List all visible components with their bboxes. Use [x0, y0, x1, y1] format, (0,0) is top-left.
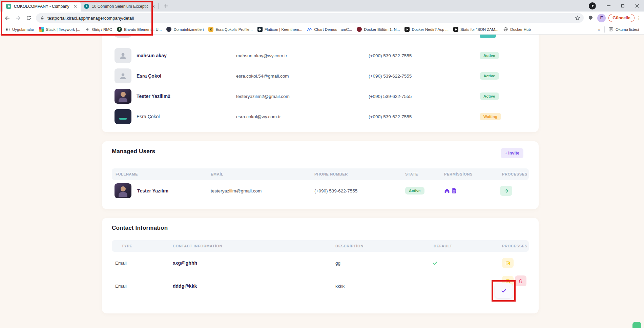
user-row[interactable]: Esra Çokol esra.cokol.54@gmail.com (+090… [102, 66, 539, 86]
bookmarks-divider [604, 26, 605, 33]
col-processes: PROCESSES [502, 240, 527, 252]
tab-selenium-article[interactable]: 10 Common Selenium Exception [81, 1, 159, 12]
bookmark-giris-rmc[interactable]: Giriş / RMC [83, 25, 115, 33]
browser-chrome: COKOLCOMPANY - Company De 10 Common Sele… [0, 0, 644, 35]
state-badge: Active [480, 52, 499, 59]
col-description: DESCRİPTİON [335, 240, 363, 252]
bookmark-flaticon[interactable]: Flaticon | Keenthem... [255, 25, 305, 33]
reading-list-button[interactable]: Okuma listesi [606, 25, 641, 33]
state-badge: Active [405, 187, 424, 194]
bookmark-docker-bolum[interactable]: Docker Bölüm 1: N... [354, 25, 402, 33]
col-default: DEFAULT [434, 240, 452, 252]
bookmark-label: Envato Elements: U... [124, 27, 162, 32]
close-window-button[interactable] [630, 0, 644, 12]
user-name: Esra Çokol [137, 114, 160, 119]
bookmark-amcharts[interactable]: Chart Demos - amC... [305, 25, 354, 33]
globe-favicon [503, 27, 508, 32]
document-permission-icon [452, 188, 457, 193]
user-row[interactable]: Tester Yazilim2 testeryazilim2@gmail.com… [102, 86, 539, 106]
table-header: FULLNAME EMAİL PHONE NUMBER STATE PERMİS… [112, 168, 529, 180]
contact-row[interactable]: Email xxg@ghhh gg [102, 253, 539, 273]
photo-avatar [115, 183, 131, 198]
state-badge: Waiting [480, 113, 501, 120]
reading-list-label: Okuma listesi [616, 27, 639, 32]
browser-menu-icon[interactable]: ⋮ [636, 15, 642, 21]
bookmark-envato[interactable]: Envato Elements: U... [115, 25, 164, 33]
open-detail-button[interactable] [500, 186, 512, 196]
section-title: Contact Information [112, 225, 168, 231]
bookmark-star-icon[interactable] [573, 14, 582, 22]
forward-icon[interactable] [13, 13, 23, 23]
bookmark-docker-nedir[interactable]: Docker Nedir? Asp ... [402, 25, 451, 33]
bookmark-label: Flaticon | Keenthem... [265, 27, 303, 32]
tab-strip: COKOLCOMPANY - Company De 10 Common Sele… [0, 0, 644, 12]
confirm-contact-button[interactable] [495, 283, 513, 298]
col-phone: PHONE NUMBER [314, 168, 348, 180]
edit-contact-button[interactable] [502, 258, 514, 268]
user-name: Esra Çokol [137, 73, 161, 79]
user-name: mahsun akay [137, 53, 167, 58]
user-row[interactable]: Esra Çokol esra.cokol@wy.com.tr (+090) 5… [102, 106, 539, 127]
bookmarks-bar: Uygulamalar Slack | flexywork |... Giriş… [0, 24, 644, 35]
contact-description: gg [335, 261, 340, 266]
bookmark-docker-hub[interactable]: Docker Hub [501, 25, 533, 33]
maximize-button[interactable] [616, 0, 630, 12]
chrome-update-button[interactable]: Güncelle [608, 14, 635, 22]
apps-grid-icon [5, 27, 10, 32]
tab-close-icon[interactable] [72, 4, 78, 9]
managed-users-card: Managed Users + Invite FULLNAME EMAİL PH… [102, 141, 539, 209]
bookmark-uygulamalar[interactable]: Uygulamalar [3, 25, 37, 33]
lock-icon [40, 16, 44, 20]
col-state: STATE [405, 168, 418, 180]
window-controls [589, 0, 644, 12]
back-icon[interactable] [2, 13, 12, 23]
user-email: testeryazilim@gmail.com [211, 188, 262, 193]
user-phone: (+090) 539-622-7555 [369, 53, 412, 58]
bookmark-stats[interactable]: Stats for "SON ZAM... [451, 25, 501, 33]
refresh-icon[interactable] [24, 13, 34, 23]
tab-separator [159, 3, 159, 9]
user-email: mahsun.akay@wy.com.tr [236, 53, 287, 58]
col-permissions: PERMİSSİONS [444, 168, 473, 180]
bookmark-slack[interactable]: Slack | flexywork |... [37, 25, 83, 33]
youtube-favicon [404, 27, 410, 32]
profile-avatar[interactable]: E [597, 14, 606, 22]
new-tab-button[interactable] [162, 2, 170, 10]
media-controls-icon[interactable] [589, 2, 596, 9]
bookmark-profile[interactable]: K Esra Çokol's Profile... [206, 25, 255, 33]
section-title: Managed Users [112, 148, 155, 155]
photo-avatar [115, 89, 131, 104]
k-favicon: K [208, 27, 213, 32]
address-bar[interactable]: testportal.kiraci.app/managercompany/det… [36, 13, 584, 23]
youtube-favicon [453, 27, 458, 32]
user-phone: (+090) 539-622-7555 [369, 94, 412, 99]
bookmark-label: Docker Hub [510, 27, 531, 32]
user-row[interactable]: mahsun akay mahsun.akay@wy.com.tr (+090)… [102, 45, 539, 66]
minimize-button[interactable] [601, 0, 616, 12]
company-tab-favicon [6, 4, 11, 9]
chart-favicon [307, 27, 312, 32]
contact-row[interactable]: Email dddg@kkk kkkk [102, 272, 539, 306]
tab-company-detail[interactable]: COKOLCOMPANY - Company De [3, 1, 81, 12]
person-avatar [115, 48, 131, 63]
user-avatar-partial [115, 35, 131, 38]
table-header: TYPE CONTACT INFORMATİON DESCRİPTİON DEF… [112, 240, 529, 252]
user-email: esra.cokol.54@gmail.com [236, 74, 289, 79]
delete-contact-button[interactable] [515, 275, 526, 286]
bookmark-label: Slack | flexywork |... [46, 27, 80, 32]
logo-avatar [115, 109, 131, 124]
extensions-puzzle-icon[interactable] [586, 13, 595, 23]
managed-user-row[interactable]: Tester Yazilim testeryazilim@gmail.com (… [102, 181, 539, 201]
bookmark-label: Docker Bölüm 1: N... [364, 27, 400, 32]
contact-type: Email [115, 284, 127, 289]
bookmarks-overflow-icon[interactable]: » [595, 27, 603, 32]
user-name: Tester Yazilim [137, 188, 168, 193]
company-users-card: mahsun akay mahsun.akay@wy.com.tr (+090)… [102, 35, 539, 132]
invite-button[interactable]: + Invite [501, 148, 523, 158]
tab-title: 10 Common Selenium Exception [92, 4, 148, 9]
bookmark-domainhizmetleri[interactable]: Domainhizmetleri [164, 25, 206, 33]
chat-fab-partial[interactable] [632, 322, 641, 328]
tab-close-icon[interactable] [150, 4, 156, 9]
invite-label: Invite [508, 151, 519, 156]
col-processes: PROCESSES [502, 168, 527, 180]
